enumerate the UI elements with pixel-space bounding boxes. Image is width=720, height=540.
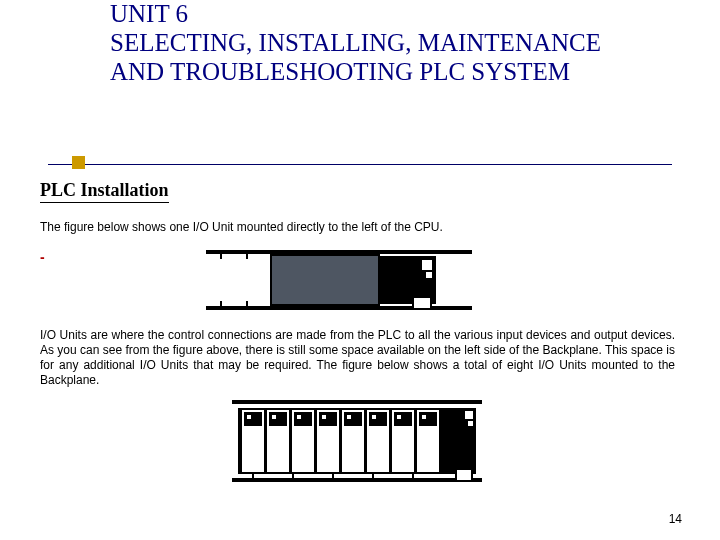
cpu-port-icon: [455, 468, 473, 482]
io-unit: [340, 410, 366, 472]
rail-tick: [412, 472, 414, 478]
rail-tick: [220, 301, 222, 306]
cpu-indicator-icon: [422, 260, 432, 270]
io-unit: [290, 410, 316, 472]
red-dash-marker: -: [40, 249, 45, 265]
cpu-indicator-icon: [468, 421, 473, 426]
cpu-port-icon: [412, 296, 432, 310]
backplane-rail-bottom: [206, 306, 472, 310]
backplane-rail-bottom: [232, 478, 482, 482]
cpu-indicator-icon: [426, 272, 432, 278]
title-underline: [48, 164, 672, 165]
cpu-unit: [380, 256, 436, 304]
figure-single-io-backplane: [206, 250, 472, 310]
cpu-indicator-icon: [465, 411, 473, 419]
page-number: 14: [669, 512, 682, 526]
backplane-rail-top: [232, 400, 482, 404]
title-main: SELECTING, INSTALLING, MAINTENANCE AND T…: [110, 29, 650, 87]
rail-tick: [332, 472, 334, 478]
rail-tick: [246, 254, 248, 259]
io-unit: [315, 410, 341, 472]
rail-tick: [292, 472, 294, 478]
rail-tick: [252, 472, 254, 478]
section-heading: PLC Installation: [40, 180, 169, 203]
figure-eight-io-backplane: [232, 400, 482, 482]
title-bullet-icon: [72, 156, 85, 169]
io-unit: [390, 410, 416, 472]
io-unit: [415, 410, 441, 472]
unit-line: UNIT 6: [110, 0, 650, 29]
slide-title: UNIT 6 SELECTING, INSTALLING, MAINTENANC…: [110, 0, 650, 86]
rail-tick: [246, 301, 248, 306]
cpu-unit: [442, 408, 476, 474]
rail-tick: [220, 254, 222, 259]
mid-paragraph: I/O Units are where the control connecti…: [40, 328, 675, 388]
io-unit: [365, 410, 391, 472]
io-unit: [265, 410, 291, 472]
rail-tick: [372, 472, 374, 478]
intro-paragraph: The figure below shows one I/O Unit moun…: [40, 220, 675, 235]
io-unit: [272, 256, 378, 304]
io-unit: [240, 410, 266, 472]
